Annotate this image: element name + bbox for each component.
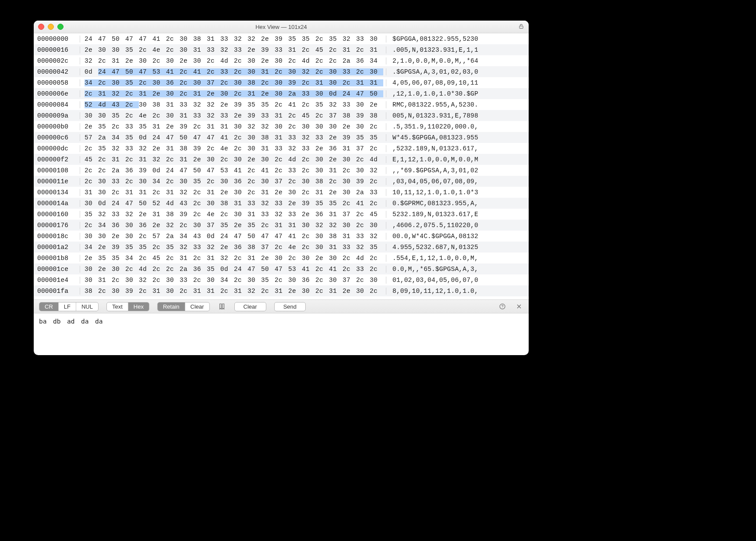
hex-byte[interactable]: 33 [343,101,356,108]
hex-byte[interactable]: 31 [98,90,112,97]
hex-byte[interactable]: 52 [152,200,166,207]
hex-byte[interactable]: 53 [152,68,166,75]
hex-byte[interactable]: 30 [370,277,383,284]
hex-byte[interactable]: 30 [315,244,329,251]
hex-byte[interactable]: 50 [180,134,193,141]
hex-byte[interactable]: 32 [302,134,315,141]
hex-byte[interactable]: 31 [315,189,329,196]
hex-byte[interactable]: 31 [112,156,125,163]
hex-byte[interactable]: 2c [234,145,247,152]
hex-byte[interactable]: 2c [315,288,329,295]
hex-byte[interactable]: 32 [207,101,220,108]
hex-byte[interactable]: 32 [112,145,125,152]
hex-byte[interactable]: 2e [261,90,275,97]
hex-byte[interactable]: 2a [288,90,302,97]
hex-byte[interactable]: 4e [207,211,220,218]
hex-byte[interactable]: 2e [234,112,247,119]
hex-byte[interactable]: 31 [261,68,275,75]
hex-byte[interactable]: 2c [85,167,98,174]
hex-bytes-cell[interactable]: 30302e302c572a34430d2447504747412c303831… [80,233,386,240]
hex-byte[interactable]: 2e [261,36,275,43]
hex-byte[interactable]: 2c [356,277,370,284]
hex-byte[interactable]: 2c [370,123,383,130]
hex-byte[interactable]: 2c [302,101,315,108]
hex-byte[interactable]: 2c [275,167,288,174]
hex-byte[interactable]: 31 [343,46,356,53]
hex-byte[interactable]: 31 [152,211,166,218]
hex-byte[interactable]: 33 [112,178,125,185]
hex-byte[interactable]: 35 [125,46,139,53]
line-ending-option-cr[interactable]: CR [39,303,59,311]
hex-byte[interactable]: 41 [356,200,370,207]
hex-byte[interactable]: 32 [356,244,370,251]
hex-byte[interactable]: 0d [207,233,220,240]
hex-byte[interactable]: 2e [288,288,302,295]
hex-byte[interactable]: 33 [288,211,302,218]
hex-byte[interactable]: 2c [85,178,98,185]
hex-byte[interactable]: 52 [85,101,98,108]
hex-byte[interactable]: 30 [329,79,343,86]
hex-byte[interactable]: 30 [302,255,315,262]
hex-byte[interactable]: 30 [112,266,125,273]
hex-byte[interactable]: 2e [85,123,98,130]
hex-byte[interactable]: 2c [139,79,152,86]
hex-byte[interactable]: 2c [152,266,166,273]
hex-byte[interactable]: 38 [85,288,98,295]
hex-bytes-cell[interactable]: 2c31322c312e302c312e302c312e302a33300d24… [80,90,386,97]
hex-byte[interactable]: 31 [207,36,220,43]
hex-byte[interactable]: 33 [356,36,370,43]
ascii-cell[interactable]: W*45.$GPGGA,081323.955 [386,134,529,141]
hex-byte[interactable]: 33 [180,101,193,108]
hex-byte[interactable]: 30 [166,277,180,284]
hex-byte[interactable]: 2c [139,233,152,240]
hex-byte[interactable]: 32 [234,36,247,43]
hex-byte[interactable]: 32 [247,123,261,130]
bookmark-icon[interactable] [218,302,226,311]
hex-byte[interactable]: 30 [315,156,329,163]
hex-byte[interactable]: 30 [98,178,112,185]
hex-byte[interactable]: 35 [193,178,207,185]
hex-byte[interactable]: 2e [329,156,343,163]
hex-byte[interactable]: 36 [234,244,247,251]
hex-byte[interactable]: 34 [220,277,234,284]
hex-byte[interactable]: 30 [315,167,329,174]
hex-byte[interactable]: 2c [112,189,125,196]
hex-byte[interactable]: 35 [125,79,139,86]
hex-byte[interactable]: 2e [315,255,329,262]
hex-byte[interactable]: 31 [343,145,356,152]
hex-byte[interactable]: 30 [234,189,247,196]
view-mode-option-text[interactable]: Text [107,303,128,311]
hex-byte[interactable]: 30 [329,255,343,262]
hex-byte[interactable]: 37 [275,178,288,185]
hex-byte[interactable]: 2c [315,266,329,273]
hex-byte[interactable]: 35 [139,123,152,130]
hex-byte[interactable]: 2e [302,211,315,218]
hex-byte[interactable]: 47 [180,167,193,174]
hex-byte[interactable]: 31 [329,211,343,218]
hex-byte[interactable]: 30 [220,90,234,97]
hex-byte[interactable]: 31 [112,57,125,64]
hex-byte[interactable]: 47 [234,233,247,240]
hex-byte[interactable]: 30 [166,90,180,97]
hex-byte[interactable]: 30 [288,189,302,196]
hex-byte[interactable]: 36 [356,57,370,64]
hex-byte[interactable]: 35 [125,244,139,251]
hex-byte[interactable]: 31 [343,233,356,240]
hex-byte[interactable]: 24 [152,134,166,141]
hex-byte[interactable]: 32 [329,222,343,229]
hex-bytes-cell[interactable]: 342e3935352c353233322e3638372c4e2c303133… [80,244,386,251]
hex-byte[interactable]: 2c [98,79,112,86]
hex-input-field[interactable]: badbaddada [34,313,529,355]
hex-byte[interactable]: 38 [247,79,261,86]
hex-byte[interactable]: 30 [85,277,98,284]
hex-byte[interactable]: 39 [343,134,356,141]
hex-byte[interactable]: 33 [356,233,370,240]
hex-byte[interactable]: 2c [370,145,383,152]
hex-byte[interactable]: 32 [370,167,383,174]
hex-bytes-cell[interactable]: 342c30352c30362c30372c30382c30392c31302c… [80,79,386,86]
hex-byte[interactable]: 39 [356,112,370,119]
hex-byte[interactable]: 50 [139,200,152,207]
hex-byte[interactable]: 47 [247,266,261,273]
hex-byte[interactable]: 33 [125,123,139,130]
hex-byte[interactable]: 37 [207,222,220,229]
